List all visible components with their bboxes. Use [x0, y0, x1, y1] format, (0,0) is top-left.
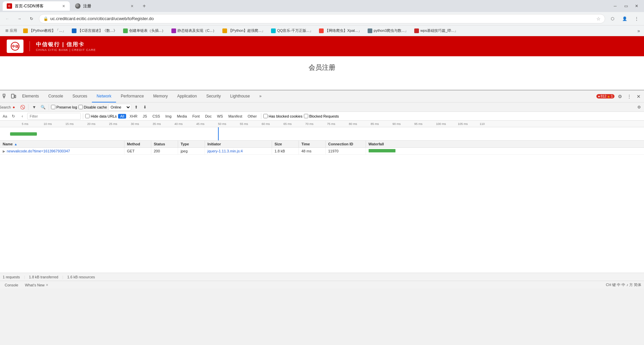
- record-button[interactable]: ●: [10, 104, 17, 111]
- svg-rect-4: [3, 94, 5, 96]
- preserve-log-checkbox[interactable]: Preserve log: [51, 105, 77, 109]
- bookmark-clang[interactable]: 【C语言描述】《数...》: [69, 27, 119, 34]
- cell-waterfall: [366, 148, 644, 155]
- menu-button[interactable]: ⋮: [632, 14, 641, 23]
- error-count: 812: [601, 94, 606, 98]
- blocked-requests-checkbox[interactable]: Blocked Requests: [304, 114, 339, 118]
- bookmark-favicon-python3: [368, 28, 372, 33]
- tab-security[interactable]: Security: [202, 90, 225, 102]
- site-logo: 中信 中信银行 | 信用卡 CHINA CITIC BANK | CREDIT …: [7, 40, 96, 53]
- tab-memory[interactable]: Memory: [149, 90, 172, 102]
- filter-all[interactable]: All: [118, 114, 126, 119]
- devtools-toolbar: Elements Console Sources Network Perform…: [0, 90, 644, 102]
- blocked-cookies-checkbox[interactable]: Has blocked cookies: [263, 114, 303, 118]
- settings-right-button[interactable]: ⚙: [635, 104, 643, 111]
- bookmark-wps[interactable]: wps基础技巧篇_哔...」: [412, 27, 461, 34]
- inspect-element-button[interactable]: [1, 92, 9, 100]
- filter-font[interactable]: Font: [190, 114, 202, 119]
- tab-sources[interactable]: Sources: [68, 90, 92, 102]
- filter-ws[interactable]: WS: [215, 114, 225, 119]
- status-sep-2: |: [62, 275, 63, 279]
- filter-doc[interactable]: Doc: [203, 114, 214, 119]
- device-toggle-button[interactable]: [9, 92, 17, 100]
- disable-cache-checkbox[interactable]: Disable cache: [78, 105, 107, 109]
- filter-img[interactable]: Img: [163, 114, 173, 119]
- new-tab-button[interactable]: +: [140, 1, 149, 11]
- network-toolbar: Search ● 🚫 ▼ 🔍 Preserve log Disable cach…: [0, 102, 644, 112]
- bottom-whats-new-tab[interactable]: What's New ×: [23, 282, 50, 288]
- filter-refresh-button[interactable]: ↻: [10, 113, 17, 120]
- site-header: 中信 中信银行 | 信用卡 CHINA CITIC BANK | CREDIT …: [0, 36, 644, 56]
- back-button[interactable]: ←: [3, 14, 12, 23]
- initiator-link[interactable]: jquery-1.11.3.min.js:4: [208, 149, 243, 153]
- filter-media[interactable]: Media: [175, 114, 189, 119]
- svg-text:中信: 中信: [12, 45, 19, 48]
- tab-application[interactable]: Application: [172, 90, 202, 102]
- tab-lighthouse[interactable]: Lighthouse: [225, 90, 255, 102]
- filter-manifest[interactable]: Manifest: [226, 114, 245, 119]
- bookmark-favicon-python2: [222, 28, 227, 33]
- extensions-button[interactable]: ⬡: [608, 14, 617, 23]
- filter-js[interactable]: JS: [141, 114, 149, 119]
- settings-button[interactable]: ⚙: [616, 92, 624, 100]
- filter-css[interactable]: CSS: [150, 114, 162, 119]
- devtools-tabs: Elements Console Sources Network Perform…: [17, 90, 596, 102]
- search-panel-button[interactable]: Search: [1, 104, 9, 111]
- tab-csdn[interactable]: C 首页-CSDN博客 ×: [3, 1, 70, 11]
- bookmark-star-icon[interactable]: ☆: [596, 16, 601, 21]
- tab-more[interactable]: »: [255, 90, 266, 102]
- export-button[interactable]: ⬇: [141, 104, 149, 111]
- bottom-console-tab[interactable]: Console: [3, 282, 20, 288]
- tab-elements[interactable]: Elements: [17, 90, 44, 102]
- filter-xhr[interactable]: XHR: [127, 114, 139, 119]
- bookmark-label-clang: 【C语言描述】《数...》: [78, 28, 117, 33]
- tab-close-csdn[interactable]: ×: [62, 3, 66, 9]
- bookmark-python2[interactable]: 【Python】超强爬...」: [220, 27, 268, 34]
- bookmark-static[interactable]: 静态链表及实现（C...）: [169, 27, 219, 34]
- search-button[interactable]: 🔍: [39, 104, 47, 111]
- bottom-tab-close-icon[interactable]: ×: [46, 283, 48, 287]
- bookmark-spider[interactable]: 【网络爬虫】Xpat...」: [316, 27, 364, 34]
- toolbar-separator-1: [28, 104, 29, 110]
- tab-network[interactable]: Network: [92, 90, 116, 102]
- window-controls: ─ ▭ ✕: [610, 1, 641, 11]
- col-status: Status: [151, 141, 178, 148]
- network-status-bar: 1 requests | 1.8 kB transferred | 1.6 kB…: [0, 273, 644, 281]
- forward-button[interactable]: →: [15, 14, 24, 23]
- more-bookmarks-button[interactable]: »: [636, 27, 641, 35]
- refresh-button[interactable]: ↻: [27, 14, 36, 23]
- clear-button[interactable]: 🚫: [19, 104, 26, 111]
- filter-input[interactable]: [27, 113, 81, 120]
- filter-other[interactable]: Other: [246, 114, 259, 119]
- tab-performance[interactable]: Performance: [116, 90, 149, 102]
- cell-connection-id: 11970: [325, 148, 366, 155]
- hide-urls-checkbox[interactable]: Hide data URLs: [85, 114, 117, 118]
- bookmark-python1[interactable]: 【Python教程】「...」: [20, 27, 68, 34]
- bookmark-python3[interactable]: python3爬虫与数...」: [365, 27, 411, 34]
- bookmark-apps[interactable]: ⊞ 应用: [3, 27, 20, 34]
- table-row[interactable]: ▶ newvalicode.do?time=1613967930347 GET …: [0, 148, 644, 155]
- filter-button[interactable]: ▼: [31, 104, 38, 111]
- minimize-button[interactable]: ─: [610, 1, 620, 11]
- profile-button[interactable]: 👤: [620, 14, 629, 23]
- maximize-button[interactable]: ▭: [621, 1, 631, 11]
- tab-close-register[interactable]: ×: [130, 3, 134, 9]
- address-bar[interactable]: 🔒 uc.creditcard.ecitic.com/citiccard/ucw…: [39, 14, 605, 23]
- filter-prev-button[interactable]: ‹: [18, 113, 26, 120]
- more-options-button[interactable]: ⋮: [625, 92, 633, 100]
- bottom-console-label: Console: [5, 283, 18, 287]
- bookmark-qq[interactable]: QQ音乐-千万正版...」: [268, 27, 316, 34]
- tab-register[interactable]: 注册 ×: [71, 1, 138, 11]
- import-button[interactable]: ⬆: [132, 104, 140, 111]
- cell-type: jpeg: [178, 148, 205, 155]
- bookmark-label-wps: wps基础技巧篇_哔...」: [420, 28, 458, 33]
- aa-toggle[interactable]: Aa: [1, 114, 8, 119]
- bookmark-excel[interactable]: 创建单链表（头插...）: [120, 27, 168, 34]
- throttle-select[interactable]: OnlineFast 3GSlow 3GOffline: [108, 104, 131, 111]
- timeline-ruler: 5 ms 10 ms 15 ms 20 ms 25 ms 30 ms 35 ms…: [0, 121, 644, 127]
- expand-arrow[interactable]: ▶: [3, 149, 5, 153]
- tab-console[interactable]: Console: [44, 90, 68, 102]
- close-devtools-button[interactable]: ✕: [635, 92, 643, 100]
- close-button[interactable]: ✕: [632, 1, 641, 11]
- request-name-link[interactable]: newvalicode.do?time=1613967930347: [7, 149, 70, 153]
